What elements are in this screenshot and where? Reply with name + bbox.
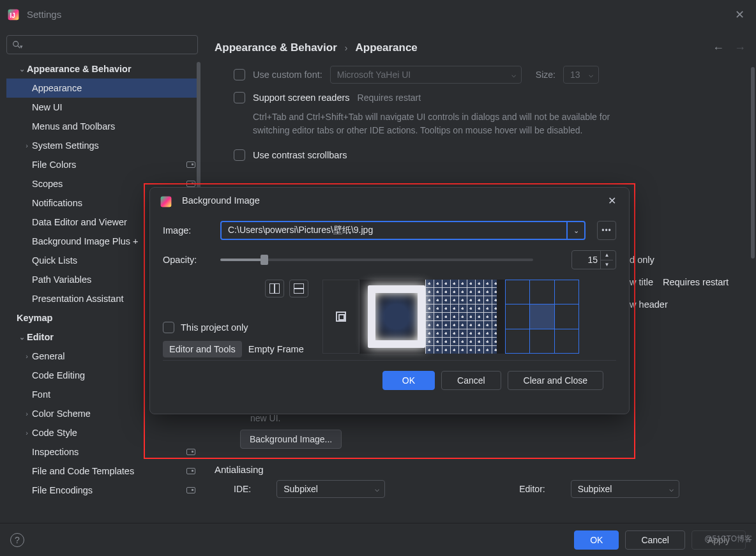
tab-empty-frame[interactable]: Empty Frame <box>242 341 310 357</box>
tree-item-label: System Settings <box>32 140 99 151</box>
tree-item-label: Font <box>32 389 50 400</box>
nav-back-icon[interactable]: ← <box>713 41 724 55</box>
image-path-input[interactable]: C:\Users\powersi\Pictures\壁纸\9.jpg <box>220 221 568 240</box>
tree-item-label: Code Style <box>32 428 77 438</box>
tree-item-label: Inspections <box>32 447 79 457</box>
chevron-icon: ⌄ <box>17 333 27 342</box>
ok-button[interactable]: OK <box>574 530 619 550</box>
chevron-icon: › <box>22 410 32 417</box>
scrollbar[interactable] <box>751 67 755 259</box>
opacity-slider[interactable] <box>220 259 533 261</box>
background-image-button[interactable]: Background Image... <box>240 430 342 449</box>
scope-badge-icon <box>186 162 195 168</box>
tree-item-label: Scopes <box>32 179 63 189</box>
tree-item-system-settings[interactable]: ›System Settings <box>6 136 200 155</box>
tree-item-label: Code Editing <box>32 370 85 380</box>
split-vertical-icon[interactable] <box>265 280 284 297</box>
tree-item-new-ui[interactable]: New UI <box>6 98 200 117</box>
fill-mode-plain[interactable] <box>322 280 359 354</box>
fill-mode-scale[interactable] <box>359 280 505 354</box>
chevron-icon: › <box>22 429 32 437</box>
tree-item-label: Background Image Plus + <box>32 236 138 246</box>
size-select[interactable]: 13 <box>563 66 599 84</box>
tree-item-menus-and-toolbars[interactable]: Menus and Toolbars <box>6 117 200 136</box>
screen-readers-description: Ctrl+Tab and Ctrl+Shift+Tab will navigat… <box>215 109 610 144</box>
close-icon[interactable]: ✕ <box>730 5 750 24</box>
tree-item-appearance-behavior[interactable]: ⌄Appearance & Behavior <box>6 59 200 79</box>
anchor-center[interactable] <box>530 304 554 328</box>
tree-item-label: Appearance <box>32 83 82 93</box>
ide-antialias-select[interactable]: Subpixel <box>276 480 385 498</box>
fill-mode-tile[interactable] <box>425 280 497 354</box>
editor-antialias-label: Editor: <box>519 484 545 494</box>
scope-badge-icon <box>186 449 195 455</box>
tree-item-label: New UI <box>32 102 63 112</box>
tree-item-appearance[interactable]: Appearance <box>6 79 200 98</box>
app-icon: IJ <box>6 8 20 22</box>
bottom-bar: ? OK Cancel Apply <box>0 523 756 556</box>
contrast-scrollbars-checkbox[interactable] <box>234 149 245 161</box>
tree-item-file-and-code-templates[interactable]: File and Code Templates <box>6 462 200 481</box>
dialog-clear-button[interactable]: Clear and Close <box>508 371 603 390</box>
dialog-title: Background Image <box>182 195 260 206</box>
chevron-icon: ⌄ <box>17 65 27 73</box>
chevron-icon: › <box>22 142 32 149</box>
tree-item-label: Path Variables <box>32 274 91 285</box>
scope-badge-icon <box>186 468 195 474</box>
chevron-icon: › <box>22 352 32 360</box>
tree-item-label: Keymap <box>17 313 52 323</box>
ide-antialias-label: IDE: <box>234 484 251 494</box>
breadcrumb: Appearance & Behavior › Appearance ← → <box>215 33 746 63</box>
partial-label: ow header <box>624 299 668 310</box>
nav-forward-icon[interactable]: → <box>734 41 746 55</box>
tree-item-label: File Encodings <box>32 485 93 495</box>
tree-item-label: File Colors <box>32 160 76 170</box>
svg-rect-6 <box>161 197 172 207</box>
tree-item-label: Quick Lists <box>32 255 77 266</box>
split-horizontal-icon[interactable] <box>289 280 308 297</box>
tree-item-file-encodings[interactable]: File Encodings <box>6 481 200 500</box>
opacity-label: Opacity: <box>163 255 211 265</box>
tree-item-label: Appearance & Behavior <box>27 64 132 74</box>
screen-readers-checkbox[interactable] <box>234 92 245 103</box>
spinner-up[interactable]: ▲ <box>601 251 613 260</box>
opacity-spinner[interactable]: ▲▼ <box>571 250 616 269</box>
scope-badge-icon <box>186 181 195 187</box>
titlebar: IJ Settings ✕ <box>0 0 756 29</box>
tree-item-label: General <box>32 351 65 361</box>
custom-font-label: Use custom font: <box>253 70 322 80</box>
help-button[interactable]: ? <box>10 533 24 547</box>
search-input[interactable]: ▾ <box>6 35 198 54</box>
anchor-grid[interactable] <box>505 280 579 354</box>
editor-antialias-select[interactable]: Subpixel <box>571 480 679 498</box>
opacity-value[interactable] <box>572 255 600 265</box>
tree-item-inspections[interactable]: Inspections <box>6 442 200 462</box>
tree-item-label: Notifications <box>32 198 82 208</box>
watermark: @51CTO博客 <box>704 534 752 545</box>
svg-point-3 <box>13 41 19 47</box>
cancel-button[interactable]: Cancel <box>625 530 685 550</box>
project-only-label: This project only <box>181 322 248 333</box>
font-select[interactable]: Microsoft YaHei UI <box>330 66 522 84</box>
tree-item-file-colors[interactable]: File Colors <box>6 155 200 174</box>
scrollbar[interactable] <box>197 62 200 190</box>
tree-item-code-style[interactable]: ›Code Style <box>6 423 200 442</box>
contrast-scrollbars-label: Use contrast scrollbars <box>253 150 347 160</box>
close-icon[interactable]: ✕ <box>604 192 620 209</box>
project-only-checkbox[interactable] <box>163 322 174 333</box>
preview-panel <box>322 280 579 357</box>
tree-item-label: Presentation Assistant <box>32 294 123 304</box>
breadcrumb-category: Appearance & Behavior <box>215 41 337 54</box>
breadcrumb-page: Appearance <box>355 41 417 54</box>
tree-item-label: Color Scheme <box>32 409 91 419</box>
image-path-dropdown[interactable]: ⌄ <box>568 221 586 240</box>
dialog-cancel-button[interactable]: Cancel <box>441 371 501 390</box>
custom-font-checkbox[interactable] <box>234 69 245 80</box>
spinner-down[interactable]: ▼ <box>601 260 613 269</box>
dialog-ok-button[interactable]: OK <box>382 371 435 390</box>
scope-badge-icon <box>186 487 195 493</box>
requires-restart-hint: Requires restart <box>358 93 421 103</box>
tab-editor-tools[interactable]: Editor and Tools <box>163 341 242 357</box>
svg-text:IJ: IJ <box>10 11 15 19</box>
browse-button[interactable]: ••• <box>597 221 616 240</box>
